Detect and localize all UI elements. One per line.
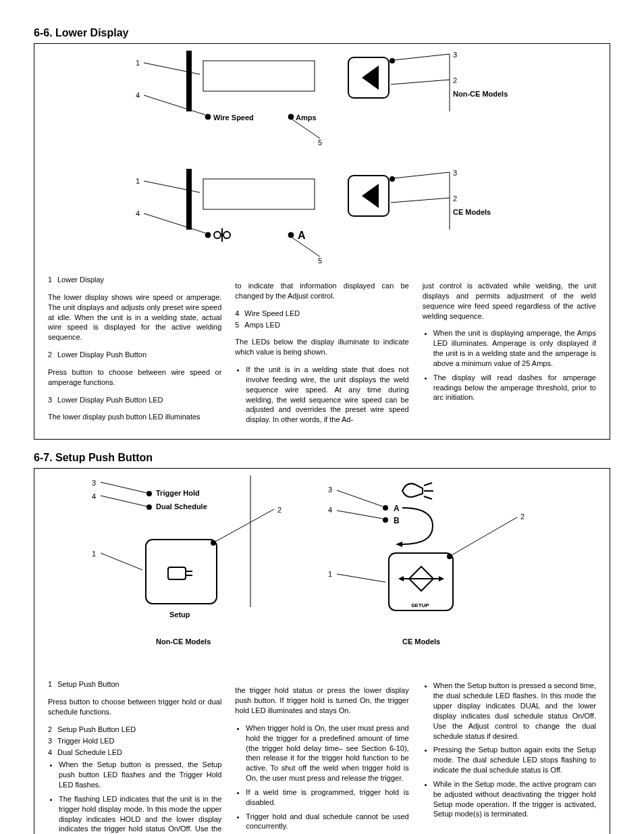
bullet: If the unit is in a welding state that d… xyxy=(246,365,408,425)
leg-num: 5 xyxy=(235,320,244,330)
svg-rect-33 xyxy=(146,540,217,604)
callout-3a: 3 xyxy=(453,51,457,59)
svg-point-34 xyxy=(211,540,216,546)
callout-5a: 5 xyxy=(318,138,322,147)
bullet: When trigger hold is On, the user must p… xyxy=(246,723,408,783)
callout-4: 4 xyxy=(92,492,96,500)
svg-line-41 xyxy=(215,509,274,542)
label-A: A xyxy=(394,504,400,513)
bullet: When the Setup button is pressed a secon… xyxy=(433,681,596,741)
svg-line-10 xyxy=(394,54,450,60)
svg-rect-13 xyxy=(203,179,315,209)
bullet: Pressing the Setup button again exits th… xyxy=(433,745,596,775)
svg-point-31 xyxy=(146,491,152,496)
bullet: If a weld time is programmed, trigger ho… xyxy=(246,787,408,808)
bullet: While in the Setup mode, the active prog… xyxy=(433,779,596,819)
label-ce-1: CE Models xyxy=(453,208,491,216)
figure-6-6: 1 4 5 3 2 Non-CE Models Wire Speed Amps … xyxy=(34,43,610,440)
svg-point-42 xyxy=(383,505,388,511)
para: The LEDs below the display illuminate to… xyxy=(235,337,408,357)
svg-line-11 xyxy=(391,80,450,84)
label-non-ce-2: Non-CE Models xyxy=(156,637,211,646)
svg-point-3 xyxy=(288,114,294,120)
diagram-svg-2: A B SETUP xyxy=(48,475,588,664)
leg-txt: Setup Push Button LED xyxy=(57,725,136,733)
svg-text:SETUP: SETUP xyxy=(411,602,429,608)
svg-line-40 xyxy=(101,553,142,570)
label-amps: Amps xyxy=(296,113,317,122)
leg-txt: Lower Display Push Button LED xyxy=(57,396,163,404)
leg-num: 4 xyxy=(48,748,57,758)
diagram-svg-1: A xyxy=(48,51,588,273)
label-setup: Setup xyxy=(169,610,190,619)
col-3: When the Setup button is pressed a secon… xyxy=(423,678,596,834)
callout-2b: 2 xyxy=(453,194,457,203)
bullet: The display will read dashes for amperag… xyxy=(433,373,596,403)
leg-num: 1 xyxy=(48,275,57,285)
leg-txt: Wire Speed LED xyxy=(244,309,300,317)
svg-line-27 xyxy=(394,172,450,178)
svg-line-55 xyxy=(452,517,517,555)
svg-point-19 xyxy=(205,232,211,238)
svg-line-54 xyxy=(337,574,385,582)
callout-1: 1 xyxy=(92,550,96,558)
text-columns-6-6: 1Lower Display The lower display shows w… xyxy=(48,273,596,429)
bullet: When the Setup button is pressed, the Se… xyxy=(59,760,221,790)
callout-2: 2 xyxy=(277,506,281,514)
para: The lower display push button LED illumi… xyxy=(48,412,221,422)
svg-marker-44 xyxy=(396,542,402,547)
callout-3b: 3 xyxy=(453,169,457,177)
svg-line-38 xyxy=(101,482,147,493)
col-3: just control is activated while welding,… xyxy=(423,273,596,429)
svg-point-32 xyxy=(146,504,152,510)
leg-num: 3 xyxy=(48,395,57,405)
callout-4b: 4 xyxy=(136,209,140,217)
diagram-lower-display: 1 4 5 3 2 Non-CE Models Wire Speed Amps … xyxy=(48,51,596,273)
leg-txt: Setup Push Button xyxy=(57,680,119,688)
leg-num: 2 xyxy=(48,725,57,735)
section-6-6-heading: 6-6. Lower Display xyxy=(34,27,610,39)
callout-3r: 3 xyxy=(328,486,332,494)
callout-1b: 1 xyxy=(136,177,140,185)
section-6-7-heading: 6-7. Setup Push Button xyxy=(34,452,610,464)
bullet: Trigger hold and dual schedule cannot be… xyxy=(246,812,408,832)
svg-rect-1 xyxy=(186,51,192,111)
label-B: B xyxy=(394,516,400,525)
para: just control is activated while welding,… xyxy=(423,281,596,321)
para: Press button to choose between wire spee… xyxy=(48,367,221,388)
svg-line-39 xyxy=(101,496,147,506)
col-2: to indicate that information displayed c… xyxy=(235,273,408,429)
leg-num: 2 xyxy=(48,350,57,360)
bullet: When the unit is displaying amperage, th… xyxy=(433,328,596,368)
svg-point-20 xyxy=(288,232,294,238)
para: The lower display shows wire speed or am… xyxy=(48,292,221,342)
leg-txt: Amps LED xyxy=(244,321,280,329)
svg-point-15 xyxy=(214,232,221,238)
label-wire-speed: Wire Speed xyxy=(213,113,254,122)
callout-2r: 2 xyxy=(520,513,525,521)
svg-point-46 xyxy=(447,554,452,559)
callout-4a: 4 xyxy=(136,91,140,99)
diagram-setup: 3 4 1 2 Trigger Hold Dual Schedule Setup… xyxy=(48,475,596,678)
leg-num: 3 xyxy=(48,736,57,746)
leg-txt: Dual Schedule LED xyxy=(57,748,122,756)
label-dual-schedule: Dual Schedule xyxy=(156,502,207,511)
leg-num: 1 xyxy=(48,679,57,689)
text-columns-6-7: 1Setup Push Button Press button to choos… xyxy=(48,678,596,834)
col-2: the trigger hold status or press the low… xyxy=(235,678,408,834)
callout-1a: 1 xyxy=(136,59,140,67)
leg-num: 4 xyxy=(235,309,244,319)
callout-4r: 4 xyxy=(328,506,332,514)
callout-5b: 5 xyxy=(318,257,322,265)
figure-6-7: 3 4 1 2 Trigger Hold Dual Schedule Setup… xyxy=(34,468,610,834)
svg-line-52 xyxy=(337,490,383,506)
bullet: The flashing LED indicates that the unit… xyxy=(59,794,221,834)
svg-rect-0 xyxy=(203,61,315,91)
label-ce-2: CE Models xyxy=(402,637,440,646)
svg-line-53 xyxy=(337,511,383,519)
svg-point-23 xyxy=(390,176,395,182)
svg-line-8 xyxy=(144,95,205,115)
svg-point-43 xyxy=(383,517,388,523)
col-1: 1Setup Push Button Press button to choos… xyxy=(48,678,221,834)
label-non-ce-1: Non-CE Models xyxy=(453,90,508,98)
